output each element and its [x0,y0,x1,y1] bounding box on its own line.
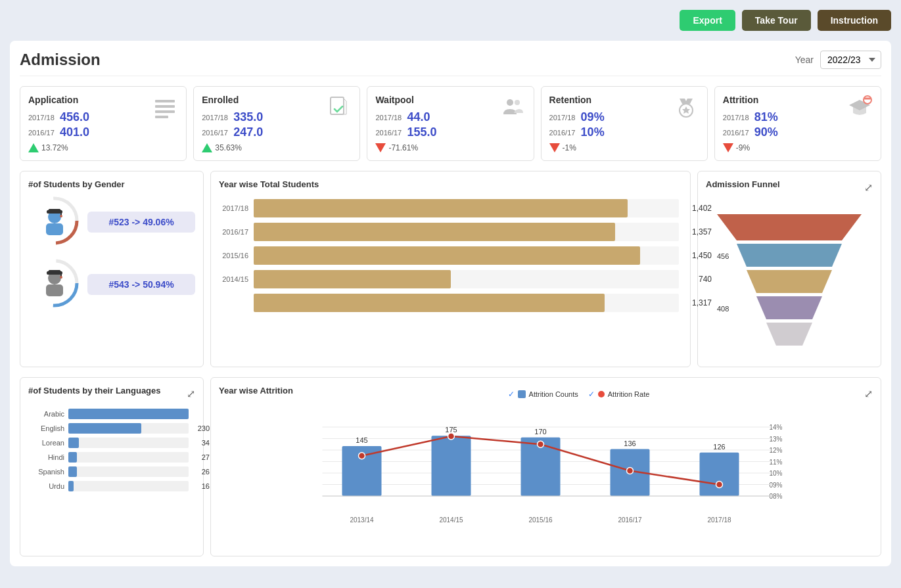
svg-text:408: 408 [717,305,729,313]
yearwise-chart-card: Year wise Total Students 2017/18 1,402 2… [210,171,691,367]
dashboard-container: Admission Year 2022/23 2021/22 2020/21 2… [10,41,891,566]
year-label: Year [795,55,814,65]
language-bar-row: Hindi 27 [35,452,189,463]
kpi-icon-medal [673,95,699,121]
funnel-expand-icon[interactable]: ⤢ [864,181,873,194]
kpi-icon-people [499,95,526,121]
yearwise-bar-row: 2017/18 1,402 [222,199,679,217]
svg-rect-15 [46,223,63,235]
svg-rect-0 [155,100,175,102]
yearwise-bar-row: 1,317 [222,294,679,312]
language-chart-card: #of Students by their Languages ⤢ Arabic… [20,377,204,556]
female-donut [28,258,81,311]
gender-male-item: #523 -> 49.06% [28,196,195,248]
legend-rate: ✓ Attrition Rate [588,390,650,399]
svg-point-5 [507,99,513,106]
svg-marker-30 [737,244,842,267]
lang-bar-fill [68,409,189,419]
legend-counts: ✓ Attrition Counts [508,390,578,399]
up-arrow-icon [202,143,212,152]
yearwise-chart-title: Year wise Total Students [219,179,682,189]
export-button[interactable]: Export [680,10,735,31]
svg-marker-17 [47,209,62,212]
lang-bar-outer: 16 [68,481,189,491]
lang-expand-icon[interactable]: ⤢ [187,388,195,400]
attrition-chart-title: Year wise Attrition [219,386,293,396]
bar-fill [254,223,615,241]
language-bar-row: Arabic [35,409,189,419]
kpi-row: Application 2017/18 456.0 2016/17 401.0 … [20,86,881,161]
svg-text:126: 126 [713,443,725,451]
funnel-chart-title: Admission Funnel [706,179,780,189]
attrition-expand-icon[interactable]: ⤢ [864,388,873,400]
kpi-change: 35.63% [202,143,352,152]
language-bar-row: English 230 [35,423,189,434]
page-title: Admission [20,51,101,69]
take-tour-button[interactable]: Take Tour [742,10,811,31]
kpi-change: -71.61% [375,143,525,152]
down-arrow-icon [549,143,560,152]
kpi-change: -1% [549,143,699,152]
svg-text:2016/17: 2016/17 [618,516,642,524]
svg-point-70 [627,468,634,474]
svg-marker-36 [766,323,812,346]
svg-rect-2 [155,110,175,113]
svg-text:2013/14: 2013/14 [350,516,374,524]
lang-bar-outer: 26 [68,466,189,477]
svg-point-11 [864,96,871,104]
year-selector: Year 2022/23 2021/22 2020/21 2019/20 [795,51,881,69]
up-arrow-icon [28,143,39,152]
bar-outer: 1,402 [254,199,679,217]
attrition-header: Year wise Attrition ✓ Attrition Counts ✓… [219,386,873,402]
language-bar-row: Urdu 16 [35,481,189,491]
bar-fill [254,199,628,217]
kpi-change: 13.72% [28,143,178,152]
male-donut [28,196,81,248]
kpi-icon-list [152,95,178,121]
svg-text:456: 456 [717,252,729,260]
bar-outer: 1,450 [254,246,679,265]
bar-fill [254,246,640,265]
svg-rect-1 [155,105,175,108]
lang-bar-fill [68,481,74,491]
svg-text:2014/15: 2014/15 [439,516,463,524]
svg-marker-34 [756,296,822,319]
kpi-card-enrolled: Enrolled 2017/18 335.0 2016/17 247.0 35.… [193,86,360,161]
lang-bar-outer: 27 [68,452,189,463]
svg-point-19 [60,215,62,217]
attrition-legend: ✓ Attrition Counts ✓ Attrition Rate [508,390,650,399]
yearwise-bar-row: 2015/16 1,450 [222,246,679,265]
year-dropdown[interactable]: 2022/23 2021/22 2020/21 2019/20 [820,51,881,69]
svg-marker-32 [747,270,832,293]
kpi-change: -9% [723,143,873,152]
dashboard-header: Admission Year 2022/23 2021/22 2020/21 2… [20,51,881,76]
instruction-button[interactable]: Instruction [818,10,891,31]
svg-point-67 [359,453,365,459]
svg-text:2017/18: 2017/18 [707,516,731,524]
male-label: #523 -> 49.06% [87,212,195,233]
bottom-row: #of Students by their Languages ⤢ Arabic… [20,377,881,556]
down-arrow-icon [375,143,386,152]
kpi-icon-doc-check [325,95,352,121]
gender-chart-card: #of Students by Gender #523 -> 49.06% #5… [20,171,204,367]
kpi-card-waitpool: Waitpool 2017/18 44.0 2016/17 155.0 -71.… [367,86,534,161]
svg-point-6 [515,100,520,105]
counts-check-icon: ✓ [508,390,515,399]
gender-chart-title: #of Students by Gender [28,179,195,189]
kpi-card-attrition: Attrition 2017/18 81% 2016/17 90% -9% [714,86,881,161]
bar-fill [254,294,605,312]
bar-outer: 1,357 [254,223,679,241]
svg-rect-55 [432,436,471,496]
svg-text:145: 145 [356,436,367,444]
female-label: #543 -> 50.94% [87,274,195,295]
lang-bar-fill [68,452,77,463]
language-chart-title: #of Students by their Languages [28,386,161,396]
funnel-svg: 586 456 423 408 335 [710,208,868,359]
kpi-card-application: Application 2017/18 456.0 2016/17 401.0 … [20,86,187,161]
lang-bar-fill [68,423,141,434]
bar-fill [254,270,451,288]
attrition-svg: 14%13%12%11%10%09%08%1452013/141752014/1… [219,407,873,545]
svg-point-27 [60,276,62,279]
svg-text:136: 136 [624,440,635,447]
gender-female-item: #543 -> 50.94% [28,258,195,311]
